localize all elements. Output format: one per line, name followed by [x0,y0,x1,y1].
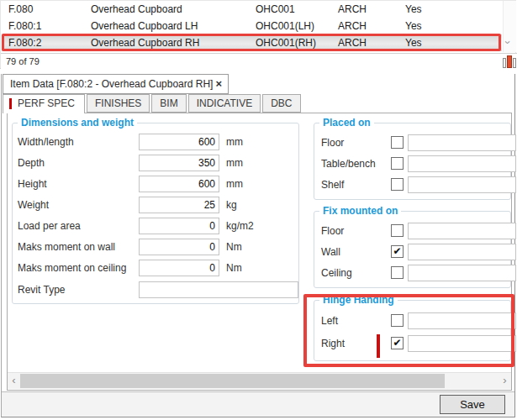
field-row: Depth mm [18,155,295,171]
footer-bar: Save [2,391,514,417]
checkbox-row: Ceiling [321,265,506,281]
fix-ceiling-checkbox[interactable] [391,266,404,279]
cell-discipline: ARCH [338,18,367,34]
group-fix-mounted-on: Fix mounted on Floor Wall Ceiling [314,211,511,288]
placed-floor-checkbox[interactable] [391,136,404,149]
doc-tab-title: Item Data [F.080:2 - Overhead Cupboard R… [10,78,213,90]
checkbox-label: Left [321,315,338,327]
group-title: Fix mounted on [319,205,401,217]
checkbox-row: Floor [321,134,506,151]
field-row: Weight kg [18,197,295,213]
field-label: Weight [18,199,49,211]
field-row: Width/length mm [18,134,295,150]
status-bar: 79 of 79 [1,53,517,70]
cell-discipline: ARCH [338,34,367,51]
unit-label: mm [226,136,243,148]
checkbox-label: Table/bench [321,158,376,170]
tab-finishes[interactable]: FINISHES [87,94,150,113]
group-hinge-handing: Hinge Handing Left Right [314,300,511,361]
field-label: Revit Type [18,284,65,296]
scrollbar-thumb[interactable] [20,374,445,388]
field-label: Depth [18,157,45,169]
placed-table-bench-checkbox[interactable] [391,157,404,170]
group-placed-on: Placed on Floor Table/bench Shelf [314,123,511,200]
hinge-left-field[interactable] [408,312,516,329]
placed-shelf-checkbox[interactable] [391,178,404,191]
fix-wall-checkbox[interactable] [391,245,404,258]
weight-input[interactable] [139,197,219,213]
item-list-panel: F.080 Overhead Cupboard OHC001 ARCH Yes … [0,0,516,69]
checkbox-row: Floor [321,223,506,239]
cell-flag: Yes [405,1,422,18]
fix-wall-field[interactable] [408,244,516,260]
cell-product: OHC001(LH) [256,18,314,34]
cell-discipline: ARCH [338,1,367,18]
field-row: Load per area kg/m2 [18,218,295,234]
field-label: Maks moment on ceiling [18,262,126,274]
tab-indicative[interactable]: INDICATIVE [188,94,261,113]
height-input[interactable] [139,176,219,192]
load-per-area-input[interactable] [139,218,219,234]
tab-bim[interactable]: BIM [151,94,186,113]
field-label: Height [18,178,47,190]
save-button[interactable]: Save [440,395,505,414]
unit-label: mm [226,157,243,169]
fix-ceiling-field[interactable] [408,265,516,281]
field-row: Height mm [18,176,295,192]
checkbox-row: Wall [321,244,506,260]
cell-name: Overhead Cupboard [91,1,182,18]
fix-floor-field[interactable] [408,223,516,239]
cell-flag: Yes [405,18,422,34]
depth-input[interactable] [139,155,219,171]
vertical-scrollbar[interactable]: › [503,1,516,52]
hinge-left-checkbox[interactable] [391,314,404,327]
table-row[interactable]: F.080 Overhead Cupboard OHC001 ARCH Yes [2,1,502,18]
close-icon[interactable]: × [215,75,222,93]
scroll-right-icon[interactable]: › [499,373,511,389]
cell-code: F.080:2 [8,34,41,51]
placed-table-bench-field[interactable] [408,155,516,172]
checkbox-label: Right [321,338,345,349]
scroll-left-icon[interactable]: ‹ [8,373,20,389]
field-label: Load per area [18,220,81,232]
table-row-selected[interactable]: F.080:2 Overhead Cupboard RH OHC001(RH) … [2,34,502,51]
checkbox-label: Floor [321,225,344,237]
revit-type-input[interactable] [139,281,298,298]
group-title: Placed on [319,117,374,129]
checkbox-row: Left [321,312,506,329]
width-length-input[interactable] [139,134,219,150]
checkbox-label: Ceiling [321,267,352,279]
item-data-panel: Item Data [F.080:2 - Overhead Cupboard R… [1,74,515,417]
fix-floor-checkbox[interactable] [391,224,404,237]
checkbox-label: Floor [321,137,344,149]
item-data-doc-tab[interactable]: Item Data [F.080:2 - Overhead Cupboard R… [3,74,229,94]
cell-product: OHC001 [256,1,295,18]
unit-label: Nm [226,241,242,253]
tab-dbc[interactable]: DBC [262,94,300,113]
book-icon[interactable] [503,55,516,69]
table-row[interactable]: F.080:1 Overhead Cupboard LH OHC001(LH) … [2,18,502,34]
field-label: Width/length [18,136,74,148]
checkbox-label: Wall [321,246,340,258]
unit-label: kg [226,199,237,211]
book-icon-right [513,58,516,68]
horizontal-scrollbar[interactable]: ‹ › [8,372,511,389]
field-label: Maks moment on wall [18,241,115,253]
tab-perf-spec[interactable]: PERF SPEC [3,94,85,113]
moment-ceiling-input[interactable] [139,260,219,276]
cell-name: Overhead Cupboard RH [91,34,199,51]
hinge-right-field[interactable] [408,335,516,352]
chevron-down-icon[interactable]: › [502,40,514,44]
group-title: Hinge Handing [319,294,398,306]
placed-shelf-field[interactable] [408,176,516,193]
subtab-bar: PERF SPEC FINISHES BIM INDICATIVE DBC [3,94,303,113]
moment-wall-input[interactable] [139,239,219,255]
book-icon-left [503,58,506,68]
cell-code: F.080:1 [8,18,41,34]
placed-floor-field[interactable] [408,134,516,151]
cell-flag: Yes [405,34,422,51]
unit-label: Nm [226,262,242,274]
unit-label: mm [226,178,243,190]
cell-product: OHC001(RH) [256,34,316,51]
hinge-right-checkbox[interactable] [391,337,404,349]
